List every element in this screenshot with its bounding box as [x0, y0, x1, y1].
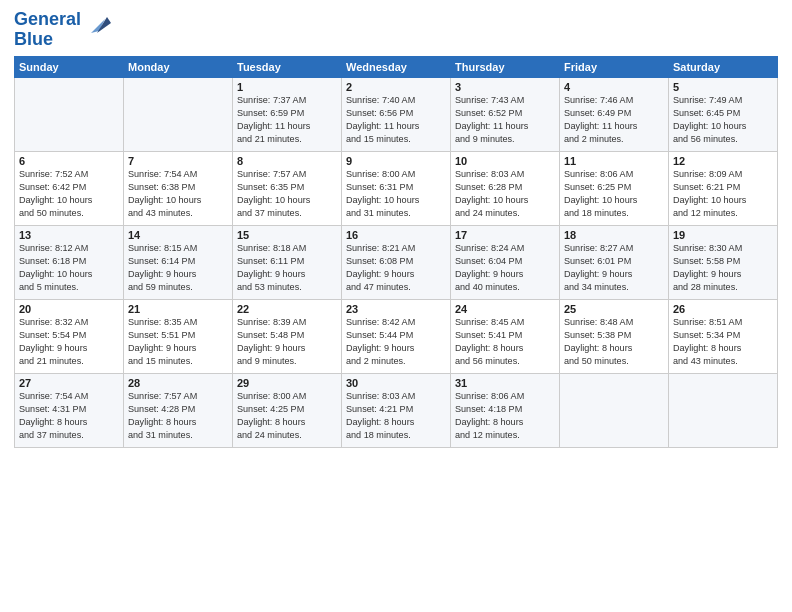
calendar-cell: 3Sunrise: 7:43 AM Sunset: 6:52 PM Daylig…: [451, 77, 560, 151]
day-info: Sunrise: 8:12 AM Sunset: 6:18 PM Dayligh…: [19, 242, 119, 295]
day-number: 16: [346, 229, 446, 241]
day-number: 6: [19, 155, 119, 167]
day-number: 27: [19, 377, 119, 389]
day-number: 22: [237, 303, 337, 315]
calendar-cell: 31Sunrise: 8:06 AM Sunset: 4:18 PM Dayli…: [451, 373, 560, 447]
day-number: 28: [128, 377, 228, 389]
calendar-cell: 1Sunrise: 7:37 AM Sunset: 6:59 PM Daylig…: [233, 77, 342, 151]
day-number: 18: [564, 229, 664, 241]
day-number: 15: [237, 229, 337, 241]
weekday-header-row: SundayMondayTuesdayWednesdayThursdayFrid…: [15, 56, 778, 77]
day-number: 2: [346, 81, 446, 93]
day-info: Sunrise: 7:37 AM Sunset: 6:59 PM Dayligh…: [237, 94, 337, 147]
calendar-cell: 15Sunrise: 8:18 AM Sunset: 6:11 PM Dayli…: [233, 225, 342, 299]
day-info: Sunrise: 8:30 AM Sunset: 5:58 PM Dayligh…: [673, 242, 773, 295]
day-number: 20: [19, 303, 119, 315]
calendar-table: SundayMondayTuesdayWednesdayThursdayFrid…: [14, 56, 778, 448]
header: General Blue: [14, 10, 778, 50]
day-number: 29: [237, 377, 337, 389]
calendar-cell: 30Sunrise: 8:03 AM Sunset: 4:21 PM Dayli…: [342, 373, 451, 447]
calendar-cell: 2Sunrise: 7:40 AM Sunset: 6:56 PM Daylig…: [342, 77, 451, 151]
day-number: 14: [128, 229, 228, 241]
calendar-cell: 19Sunrise: 8:30 AM Sunset: 5:58 PM Dayli…: [669, 225, 778, 299]
day-info: Sunrise: 7:57 AM Sunset: 4:28 PM Dayligh…: [128, 390, 228, 443]
day-number: 10: [455, 155, 555, 167]
calendar-cell: 11Sunrise: 8:06 AM Sunset: 6:25 PM Dayli…: [560, 151, 669, 225]
day-info: Sunrise: 7:46 AM Sunset: 6:49 PM Dayligh…: [564, 94, 664, 147]
day-info: Sunrise: 8:39 AM Sunset: 5:48 PM Dayligh…: [237, 316, 337, 369]
day-number: 23: [346, 303, 446, 315]
calendar-cell: 14Sunrise: 8:15 AM Sunset: 6:14 PM Dayli…: [124, 225, 233, 299]
weekday-header-thursday: Thursday: [451, 56, 560, 77]
calendar-cell: 20Sunrise: 8:32 AM Sunset: 5:54 PM Dayli…: [15, 299, 124, 373]
calendar-cell: 29Sunrise: 8:00 AM Sunset: 4:25 PM Dayli…: [233, 373, 342, 447]
calendar-cell: [560, 373, 669, 447]
day-number: 8: [237, 155, 337, 167]
weekday-header-wednesday: Wednesday: [342, 56, 451, 77]
day-number: 11: [564, 155, 664, 167]
day-number: 30: [346, 377, 446, 389]
day-number: 26: [673, 303, 773, 315]
calendar-cell: 9Sunrise: 8:00 AM Sunset: 6:31 PM Daylig…: [342, 151, 451, 225]
day-info: Sunrise: 7:40 AM Sunset: 6:56 PM Dayligh…: [346, 94, 446, 147]
day-number: 19: [673, 229, 773, 241]
day-number: 4: [564, 81, 664, 93]
day-info: Sunrise: 8:45 AM Sunset: 5:41 PM Dayligh…: [455, 316, 555, 369]
day-info: Sunrise: 7:43 AM Sunset: 6:52 PM Dayligh…: [455, 94, 555, 147]
calendar-week-row: 1Sunrise: 7:37 AM Sunset: 6:59 PM Daylig…: [15, 77, 778, 151]
calendar-cell: 6Sunrise: 7:52 AM Sunset: 6:42 PM Daylig…: [15, 151, 124, 225]
page: General Blue SundayMondayTuesdayWednesda…: [0, 0, 792, 458]
day-number: 24: [455, 303, 555, 315]
day-info: Sunrise: 8:48 AM Sunset: 5:38 PM Dayligh…: [564, 316, 664, 369]
day-number: 3: [455, 81, 555, 93]
calendar-cell: 23Sunrise: 8:42 AM Sunset: 5:44 PM Dayli…: [342, 299, 451, 373]
day-info: Sunrise: 7:54 AM Sunset: 6:38 PM Dayligh…: [128, 168, 228, 221]
weekday-header-sunday: Sunday: [15, 56, 124, 77]
day-info: Sunrise: 8:42 AM Sunset: 5:44 PM Dayligh…: [346, 316, 446, 369]
calendar-cell: 21Sunrise: 8:35 AM Sunset: 5:51 PM Dayli…: [124, 299, 233, 373]
day-info: Sunrise: 8:35 AM Sunset: 5:51 PM Dayligh…: [128, 316, 228, 369]
logo: General Blue: [14, 10, 113, 50]
day-info: Sunrise: 8:00 AM Sunset: 4:25 PM Dayligh…: [237, 390, 337, 443]
calendar-week-row: 13Sunrise: 8:12 AM Sunset: 6:18 PM Dayli…: [15, 225, 778, 299]
calendar-week-row: 27Sunrise: 7:54 AM Sunset: 4:31 PM Dayli…: [15, 373, 778, 447]
calendar-week-row: 6Sunrise: 7:52 AM Sunset: 6:42 PM Daylig…: [15, 151, 778, 225]
day-number: 13: [19, 229, 119, 241]
calendar-cell: [669, 373, 778, 447]
calendar-cell: 12Sunrise: 8:09 AM Sunset: 6:21 PM Dayli…: [669, 151, 778, 225]
calendar-cell: 28Sunrise: 7:57 AM Sunset: 4:28 PM Dayli…: [124, 373, 233, 447]
day-info: Sunrise: 7:57 AM Sunset: 6:35 PM Dayligh…: [237, 168, 337, 221]
day-info: Sunrise: 8:51 AM Sunset: 5:34 PM Dayligh…: [673, 316, 773, 369]
day-info: Sunrise: 7:54 AM Sunset: 4:31 PM Dayligh…: [19, 390, 119, 443]
weekday-header-friday: Friday: [560, 56, 669, 77]
calendar-cell: 8Sunrise: 7:57 AM Sunset: 6:35 PM Daylig…: [233, 151, 342, 225]
calendar-cell: 18Sunrise: 8:27 AM Sunset: 6:01 PM Dayli…: [560, 225, 669, 299]
calendar-cell: 5Sunrise: 7:49 AM Sunset: 6:45 PM Daylig…: [669, 77, 778, 151]
day-number: 5: [673, 81, 773, 93]
day-info: Sunrise: 7:52 AM Sunset: 6:42 PM Dayligh…: [19, 168, 119, 221]
day-info: Sunrise: 8:09 AM Sunset: 6:21 PM Dayligh…: [673, 168, 773, 221]
day-number: 12: [673, 155, 773, 167]
day-info: Sunrise: 8:06 AM Sunset: 6:25 PM Dayligh…: [564, 168, 664, 221]
logo-blue: Blue: [14, 29, 53, 49]
day-number: 31: [455, 377, 555, 389]
weekday-header-tuesday: Tuesday: [233, 56, 342, 77]
calendar-cell: 10Sunrise: 8:03 AM Sunset: 6:28 PM Dayli…: [451, 151, 560, 225]
day-info: Sunrise: 8:03 AM Sunset: 6:28 PM Dayligh…: [455, 168, 555, 221]
day-number: 1: [237, 81, 337, 93]
day-info: Sunrise: 8:24 AM Sunset: 6:04 PM Dayligh…: [455, 242, 555, 295]
day-info: Sunrise: 8:03 AM Sunset: 4:21 PM Dayligh…: [346, 390, 446, 443]
calendar-cell: 26Sunrise: 8:51 AM Sunset: 5:34 PM Dayli…: [669, 299, 778, 373]
calendar-cell: 16Sunrise: 8:21 AM Sunset: 6:08 PM Dayli…: [342, 225, 451, 299]
logo-general: General: [14, 9, 81, 29]
calendar-cell: 22Sunrise: 8:39 AM Sunset: 5:48 PM Dayli…: [233, 299, 342, 373]
calendar-cell: [124, 77, 233, 151]
day-number: 25: [564, 303, 664, 315]
day-info: Sunrise: 8:06 AM Sunset: 4:18 PM Dayligh…: [455, 390, 555, 443]
day-number: 21: [128, 303, 228, 315]
calendar-cell: 24Sunrise: 8:45 AM Sunset: 5:41 PM Dayli…: [451, 299, 560, 373]
calendar-week-row: 20Sunrise: 8:32 AM Sunset: 5:54 PM Dayli…: [15, 299, 778, 373]
calendar-cell: 17Sunrise: 8:24 AM Sunset: 6:04 PM Dayli…: [451, 225, 560, 299]
weekday-header-saturday: Saturday: [669, 56, 778, 77]
day-number: 7: [128, 155, 228, 167]
